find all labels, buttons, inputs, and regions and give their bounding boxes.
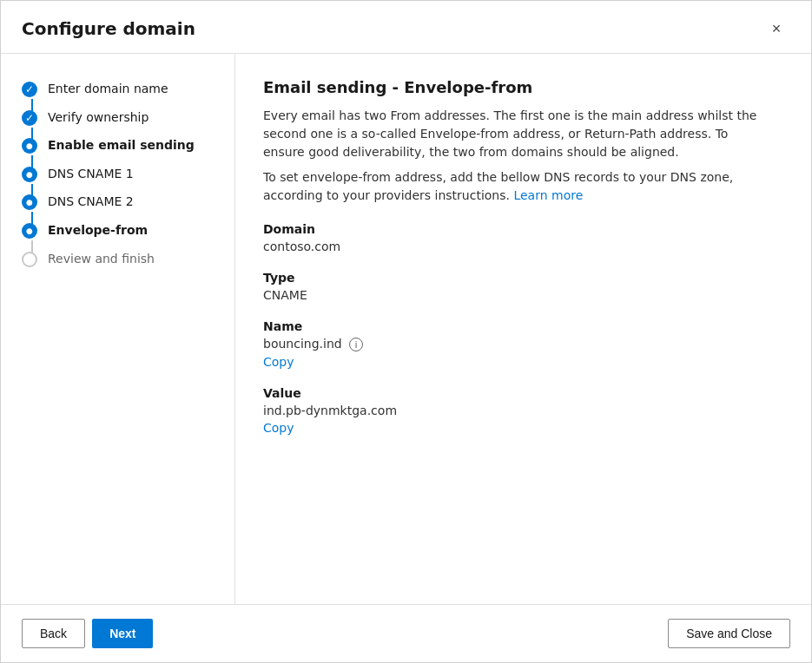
step-dns-cname-2: ● DNS CNAME 2 — [1, 187, 234, 216]
modal-title: Configure domain — [22, 18, 195, 39]
modal-body: ✓ Enter domain name ✓ Verify ownership ●… — [1, 54, 811, 604]
field-domain-label: Domain — [263, 222, 783, 236]
field-value-label: Value — [263, 386, 783, 400]
save-close-button[interactable]: Save and Close — [668, 619, 790, 648]
step-icon-envelope-from: ● — [22, 223, 37, 239]
modal-header: Configure domain × — [1, 1, 811, 54]
copy-value-button[interactable]: Copy — [263, 421, 294, 435]
back-button[interactable]: Back — [22, 619, 85, 648]
name-info-icon: i — [349, 338, 363, 351]
step-icon-review-finish — [22, 252, 37, 267]
step-envelope-from: ● Envelope-from — [1, 216, 234, 245]
field-domain: Domain contoso.com — [263, 222, 783, 253]
content-description-1: Every email has two From addresses. The … — [263, 107, 767, 161]
modal-footer: Back Next Save and Close — [1, 604, 811, 662]
step-icon-verify-ownership: ✓ — [22, 110, 37, 126]
field-domain-value: contoso.com — [263, 240, 783, 253]
field-name-value: bouncing.ind i — [263, 337, 783, 351]
step-icon-enable-email: ● — [22, 138, 37, 154]
field-value: Value ind.pb-dynmktga.com Copy — [263, 386, 783, 435]
field-type-label: Type — [263, 271, 783, 285]
content-area: Email sending - Envelope-from Every emai… — [235, 54, 811, 604]
content-title: Email sending - Envelope-from — [263, 78, 783, 96]
step-label-enter-domain: Enter domain name — [48, 80, 168, 98]
step-label-review-finish: Review and finish — [48, 250, 155, 268]
field-name-label: Name — [263, 319, 783, 333]
step-review-finish: Review and finish — [1, 245, 234, 273]
learn-more-link[interactable]: Learn more — [513, 188, 583, 202]
step-label-dns-cname-1: DNS CNAME 1 — [48, 165, 134, 183]
content-description-2: To set envelope-from address, add the be… — [263, 168, 767, 205]
step-dns-cname-1: ● DNS CNAME 1 — [1, 160, 234, 188]
footer-left-buttons: Back Next — [22, 619, 153, 648]
copy-name-button[interactable]: Copy — [263, 355, 294, 369]
close-button[interactable]: × — [762, 15, 790, 43]
step-enable-email-sending: ● Enable email sending — [1, 131, 234, 160]
field-name: Name bouncing.ind i Copy — [263, 319, 783, 369]
field-type-value: CNAME — [263, 288, 783, 302]
step-icon-dns-cname-1: ● — [22, 167, 37, 182]
configure-domain-modal: Configure domain × ✓ Enter domain name ✓… — [0, 0, 812, 663]
sidebar: ✓ Enter domain name ✓ Verify ownership ●… — [1, 54, 235, 604]
step-label-envelope-from: Envelope-from — [48, 221, 148, 240]
step-enter-domain: ✓ Enter domain name — [1, 75, 234, 103]
step-label-verify-ownership: Verify ownership — [48, 108, 149, 127]
step-label-dns-cname-2: DNS CNAME 2 — [48, 193, 134, 211]
step-icon-dns-cname-2: ● — [22, 194, 37, 210]
field-type: Type CNAME — [263, 271, 783, 302]
step-label-enable-email: Enable email sending — [48, 136, 195, 154]
step-icon-enter-domain: ✓ — [22, 82, 37, 97]
step-verify-ownership: ✓ Verify ownership — [1, 103, 234, 132]
field-value-value: ind.pb-dynmktga.com — [263, 404, 783, 417]
next-button[interactable]: Next — [92, 619, 153, 648]
